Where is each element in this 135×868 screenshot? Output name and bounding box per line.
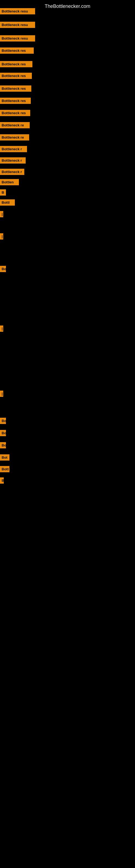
bottleneck-item-25[interactable]: Bot [0,454,9,461]
bottleneck-item-26[interactable]: Bott [0,466,9,472]
bottleneck-item-16[interactable]: Bottl [0,199,15,206]
bottleneck-item-19[interactable]: Bo [0,266,6,272]
bottleneck-item-21[interactable]: | [0,391,3,397]
bottleneck-item-6[interactable]: Bottleneck res [0,86,31,92]
bottleneck-item-9[interactable]: Bottleneck re [0,122,30,128]
bottleneck-item-22[interactable]: Bo [0,418,6,424]
bottleneck-item-1[interactable]: Bottleneck resu [0,22,35,28]
bottleneck-item-18[interactable]: | [0,233,3,240]
bottleneck-item-10[interactable]: Bottleneck re [0,134,29,141]
bottleneck-item-15[interactable]: B [0,189,6,195]
bottleneck-item-12[interactable]: Bottleneck r [0,157,26,163]
bottleneck-item-8[interactable]: Bottleneck res [0,110,30,116]
bottleneck-item-20[interactable]: | [0,326,3,332]
bottleneck-item-11[interactable]: Bottleneck r [0,146,27,152]
bottleneck-item-7[interactable]: Bottleneck res [0,98,31,104]
bottleneck-item-13[interactable]: Bottleneck r [0,169,24,175]
bottleneck-item-17[interactable]: | [0,211,3,217]
bottleneck-item-0[interactable]: Bottleneck resu [0,8,35,14]
bottleneck-item-5[interactable]: Bottleneck res [0,73,32,79]
bottleneck-item-4[interactable]: Bottleneck res [0,61,32,67]
bottleneck-item-27[interactable]: B [0,477,4,484]
bottleneck-item-23[interactable]: Bo [0,430,6,436]
bottleneck-item-2[interactable]: Bottleneck resu [0,35,35,41]
bottleneck-item-14[interactable]: Bottlen [0,179,19,185]
bottleneck-item-3[interactable]: Bottleneck res [0,48,34,54]
bottleneck-item-24[interactable]: Bo [0,442,6,448]
